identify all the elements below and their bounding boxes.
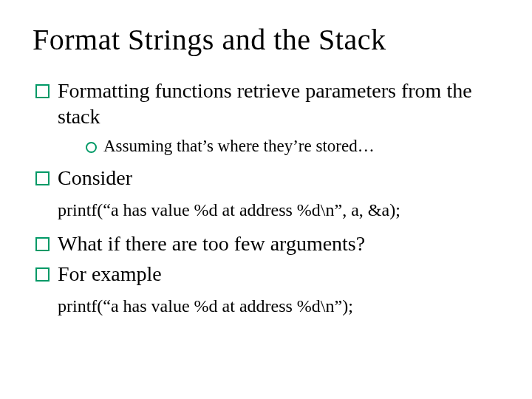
sub-bullet-list: Assuming that’s where they’re stored… xyxy=(86,135,502,157)
slide-title: Format Strings and the Stack xyxy=(33,22,502,57)
bullet-text: Consider xyxy=(58,166,132,189)
code-line-2: printf(“a has value %d at address %d\n”)… xyxy=(58,294,502,318)
bullet-item-2: Consider xyxy=(33,165,502,191)
bullet-item-3: What if there are too few arguments? xyxy=(33,231,502,256)
code-line-1: printf(“a has value %d at address %d\n”,… xyxy=(58,198,502,222)
bullet-list: Formatting functions retrieve parameters… xyxy=(33,78,502,191)
bullet-text: What if there are too few arguments? xyxy=(58,232,365,255)
bullet-text: Formatting functions retrieve parameters… xyxy=(58,79,472,128)
sub-bullet-text: Assuming that’s where they’re stored… xyxy=(103,137,375,155)
bullet-item-1: Formatting functions retrieve parameters… xyxy=(33,78,502,157)
slide: Format Strings and the Stack Formatting … xyxy=(0,0,532,399)
sub-bullet-item: Assuming that’s where they’re stored… xyxy=(86,135,502,157)
bullet-item-4: For example xyxy=(33,261,502,287)
bullet-list-2: What if there are too few arguments? For… xyxy=(33,231,502,287)
bullet-text: For example xyxy=(58,262,162,285)
